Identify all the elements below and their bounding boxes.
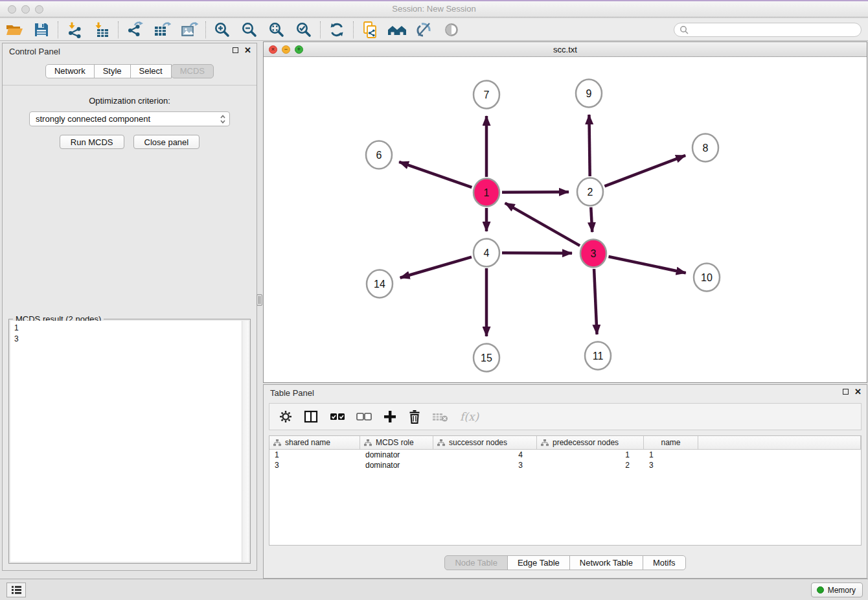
function-builder-button[interactable]: f(x)	[460, 410, 479, 423]
tab-network-table[interactable]: Network Table	[569, 555, 643, 570]
float-table-panel-icon[interactable]	[843, 389, 849, 395]
column-header-predecessor-nodes[interactable]: predecessor nodes	[537, 436, 644, 449]
search-field[interactable]	[674, 23, 862, 37]
tab-select[interactable]: Select	[130, 64, 172, 78]
task-history-button[interactable]	[6, 583, 26, 597]
graph-node-label: 11	[593, 351, 604, 362]
result-scrollbar[interactable]	[242, 321, 249, 562]
tab-edge-table[interactable]: Edge Table	[507, 555, 570, 570]
toolbar-separator	[205, 21, 206, 38]
graph-edge-1-2[interactable]	[502, 192, 569, 192]
close-panel-icon[interactable]: ✕	[244, 46, 251, 54]
delete-column-button[interactable]	[408, 410, 421, 424]
show-column-panel-button[interactable]	[304, 410, 319, 424]
select-all-columns-button[interactable]	[330, 412, 345, 421]
tab-node-table[interactable]: Node Table	[444, 555, 508, 570]
column-tree-icon	[541, 439, 549, 446]
window-close-button[interactable]	[8, 5, 16, 14]
net-zoom-button[interactable]: +	[295, 45, 303, 54]
import-network-button[interactable]	[64, 20, 85, 40]
export-network-button[interactable]	[124, 20, 145, 40]
table-cell: dominator	[360, 450, 433, 460]
tab-style[interactable]: Style	[94, 64, 131, 78]
run-mcds-button[interactable]: Run MCDS	[60, 135, 124, 149]
memory-button[interactable]: Memory	[811, 583, 863, 597]
export-table-button[interactable]	[152, 20, 172, 40]
zoom-out-icon	[241, 21, 258, 38]
clone-network-button[interactable]	[360, 20, 380, 40]
criterion-select-value: strongly connected component	[36, 114, 150, 124]
paint-slash-icon	[416, 21, 433, 38]
table-cell: 4	[433, 450, 537, 460]
graph-edge-4-14[interactable]	[400, 257, 472, 278]
column-header-name[interactable]: name	[644, 436, 698, 449]
zoom-fit-button[interactable]	[266, 20, 287, 40]
save-icon	[34, 22, 49, 38]
table-cell: 3	[433, 460, 537, 470]
column-header-successor-nodes[interactable]: successor nodes	[433, 436, 537, 449]
first-neighbors-button[interactable]	[387, 20, 407, 40]
zoom-selected-button[interactable]	[293, 20, 314, 40]
float-panel-icon[interactable]	[233, 47, 238, 53]
show-hide-button[interactable]	[441, 20, 462, 40]
delete-table-button[interactable]	[432, 411, 449, 422]
graph-edge-1-6[interactable]	[399, 162, 472, 187]
gear-icon	[279, 410, 293, 424]
criterion-select[interactable]: strongly connected component	[29, 111, 230, 126]
save-session-button[interactable]	[31, 20, 52, 40]
tab-network[interactable]: Network	[45, 64, 95, 78]
export-table-icon	[153, 21, 171, 38]
column-header-shared-name[interactable]: shared name	[269, 436, 360, 449]
zoom-in-button[interactable]	[212, 20, 233, 40]
open-session-button[interactable]	[4, 20, 25, 40]
create-column-button[interactable]	[383, 410, 397, 424]
mcds-result-lines: 13	[10, 321, 249, 347]
search-input[interactable]	[692, 25, 856, 34]
contrast-circle-icon	[443, 21, 460, 38]
graph-edge-2-8[interactable]	[604, 156, 685, 187]
zoom-out-button[interactable]	[239, 20, 260, 40]
table-body: 1dominator4113dominator323	[269, 450, 861, 470]
table-settings-button[interactable]	[279, 410, 293, 424]
export-image-button[interactable]	[179, 20, 200, 40]
table-tabs: Node TableEdge TableNetwork TableMotifs	[264, 555, 867, 570]
select-stepper-icon	[220, 114, 226, 128]
graph-edge-4-3[interactable]	[502, 253, 572, 253]
column-tree-icon	[437, 439, 445, 446]
network-canvas[interactable]: 1234678910111415	[264, 57, 867, 382]
import-table-button[interactable]	[91, 20, 112, 40]
control-panel-tabs: NetworkStyleSelectMCDS	[3, 64, 257, 78]
graph-edge-3-11[interactable]	[594, 269, 597, 334]
window-minimize-button[interactable]	[21, 5, 30, 14]
trash-icon	[408, 410, 421, 424]
column-header-mcds-role[interactable]: MCDS role	[360, 436, 433, 449]
node-table: shared nameMCDS rolesuccessor nodesprede…	[269, 435, 862, 546]
graph-edge-3-1[interactable]	[505, 203, 580, 246]
paint-mapping-button[interactable]	[414, 20, 435, 40]
tab-mcds[interactable]: MCDS	[171, 64, 214, 78]
graph-edge-3-10[interactable]	[608, 257, 685, 273]
panel-divider-grip[interactable]	[257, 294, 262, 306]
window-zoom-button[interactable]	[35, 5, 43, 14]
close-table-panel-icon[interactable]: ✕	[854, 387, 862, 396]
graph-edge-2-9[interactable]	[589, 115, 589, 176]
table-cell: 3	[269, 460, 360, 470]
mcds-result-area[interactable]: 13	[10, 321, 249, 562]
table-cell: 1	[269, 450, 360, 460]
net-close-button[interactable]: ×	[269, 45, 277, 54]
graph-node-label: 4	[484, 248, 490, 259]
graph-edge-2-3[interactable]	[591, 207, 592, 232]
close-panel-button[interactable]: Close panel	[133, 135, 200, 149]
table-cell: dominator	[360, 460, 433, 470]
checked-boxes-icon	[330, 412, 345, 421]
toolbar-separator	[58, 21, 58, 38]
unselect-all-columns-button[interactable]	[356, 412, 372, 421]
net-minimize-button[interactable]: −	[282, 45, 290, 54]
tab-motifs[interactable]: Motifs	[643, 555, 686, 570]
column-header-label: predecessor nodes	[553, 438, 619, 447]
column-header-label: MCDS role	[376, 438, 414, 447]
refresh-button[interactable]	[326, 20, 347, 40]
result-line: 1	[14, 323, 245, 334]
table-row[interactable]: 1dominator411	[269, 450, 861, 460]
table-row[interactable]: 3dominator323	[269, 460, 861, 470]
